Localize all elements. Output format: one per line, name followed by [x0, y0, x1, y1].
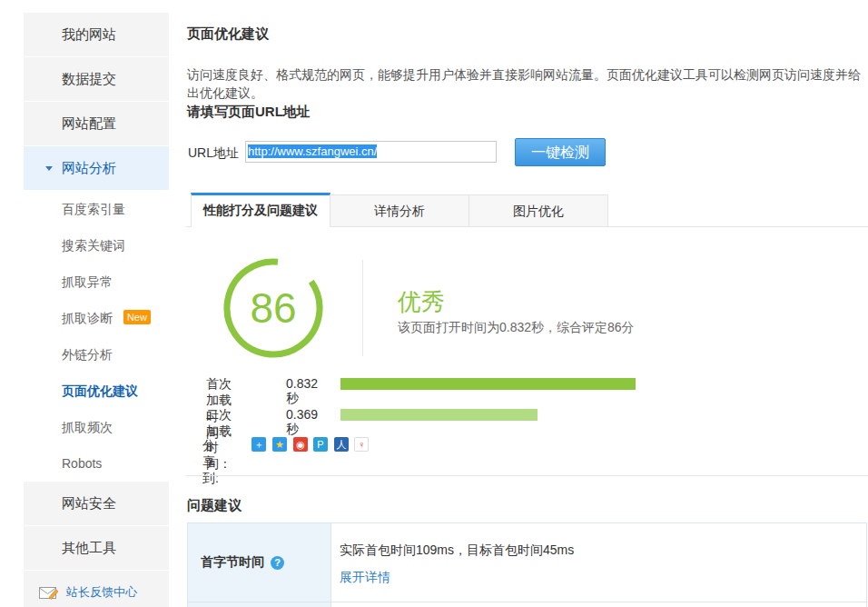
sidebar-item-crawl-diagnosis[interactable]: 抓取诊断 New — [24, 300, 169, 336]
sidebar-submenu: 百度索引量 搜索关键词 抓取异常 抓取诊断 New 外链分析 页面优化建议 抓取… — [24, 191, 169, 482]
issue-name-cell: 首字节时间 ? — [188, 523, 331, 602]
sidebar-item-page-optimization[interactable]: 页面优化建议 — [24, 373, 169, 409]
renren-icon[interactable]: 人 — [334, 437, 349, 452]
sidebar-item-crawl-frequency[interactable]: 抓取频次 — [24, 409, 169, 445]
sina-weibo-icon[interactable]: ◉ — [293, 437, 308, 452]
sidebar-item-site-security[interactable]: 网站安全 — [24, 482, 169, 525]
sidebar-item-baidu-index[interactable]: 百度索引量 — [24, 191, 169, 227]
sidebar-item-other-tools[interactable]: 其他工具 — [24, 526, 169, 570]
url-section-title: 请填写页面URL地址 — [187, 104, 311, 121]
score-grade: 优秀 — [398, 286, 445, 318]
url-input-selected-text: http://www.szfangwei.cn/ — [248, 144, 377, 158]
sidebar-item-data-submit[interactable]: 数据提交 — [24, 57, 169, 101]
issue-detail-cell: 实际首包时间109ms，目标首包时间45ms 展开详情 — [331, 523, 866, 602]
sidebar-item-label: 抓取诊断 — [62, 311, 113, 325]
sidebar-item-search-keywords[interactable]: 搜索关键词 — [24, 227, 169, 264]
url-field-label: URL地址 — [188, 145, 239, 162]
page-description: 访问速度良好、格式规范的网页，能够提升用户体验并直接影响网站流量。页面优化建议工… — [187, 65, 868, 102]
score-summary: 该页面打开时间为0.832秒，综合评定86分 — [398, 320, 635, 336]
new-badge: New — [123, 310, 151, 324]
tencent-weibo-icon[interactable]: P — [313, 437, 328, 452]
sidebar: 我的网站 数据提交 网站配置 网站分析 百度索引量 搜索关键词 抓取异常 抓取诊… — [24, 13, 169, 607]
result-tabs: 性能打分及问题建议 详情分析 图片优化 — [186, 192, 868, 227]
sidebar-item-site-analysis[interactable]: 网站分析 — [24, 146, 169, 190]
second-load-bar — [340, 409, 538, 421]
sidebar-item-backlink-analysis[interactable]: 外链分析 — [24, 336, 169, 373]
sidebar-item-robots[interactable]: Robots — [24, 445, 169, 482]
qzone-icon[interactable]: ★ — [272, 437, 287, 452]
horizontal-divider — [186, 475, 868, 476]
chevron-down-icon — [45, 166, 53, 171]
main-content: 页面优化建议 访问速度良好、格式规范的网页，能够提升用户体验并直接影响网站流量。… — [186, 0, 868, 607]
one-click-check-button[interactable]: 一键检测 — [515, 138, 606, 166]
first-load-bar — [340, 378, 636, 390]
issue-detail-text: 实际首包时间109ms，目标首包时间45ms — [340, 542, 866, 559]
expand-details-link[interactable]: 展开详情 — [340, 570, 390, 586]
sidebar-item-label: 网站分析 — [62, 160, 116, 175]
first-load-value: 0.832 秒 — [286, 376, 318, 407]
issue-name-cell — [188, 602, 331, 607]
url-input[interactable]: http://www.szfangwei.cn/ — [245, 141, 497, 163]
page-optimization-tool-page: 我的网站 数据提交 网站配置 网站分析 百度索引量 搜索关键词 抓取异常 抓取诊… — [0, 0, 868, 607]
mail-pencil-icon — [39, 585, 59, 601]
issue-name: 首字节时间 — [201, 554, 264, 571]
sidebar-item-feedback-center[interactable]: 站长反馈中心 — [24, 571, 169, 607]
issues-section-title: 问题建议 — [187, 497, 242, 514]
issue-detail-cell — [331, 602, 866, 607]
share-plus-icon[interactable]: ＋ — [252, 437, 266, 452]
score-value: 86 — [223, 258, 323, 358]
table-row — [188, 602, 866, 607]
second-load-value: 0.369 秒 — [286, 407, 318, 438]
vertical-divider — [362, 260, 363, 356]
sidebar-item-my-site[interactable]: 我的网站 — [24, 13, 169, 56]
share-label: 分享到: — [202, 438, 219, 487]
tab-performance-score[interactable]: 性能打分及问题建议 — [191, 193, 330, 227]
sidebar-item-crawl-errors[interactable]: 抓取异常 — [24, 264, 169, 300]
help-icon[interactable]: ? — [271, 556, 284, 570]
feedback-label: 站长反馈中心 — [66, 584, 137, 601]
issues-table: 首字节时间 ? 实际首包时间109ms，目标首包时间45ms 展开详情 — [187, 522, 867, 607]
tab-detail-analysis[interactable]: 详情分析 — [330, 194, 469, 226]
sidebar-item-site-config[interactable]: 网站配置 — [24, 102, 169, 145]
table-row: 首字节时间 ? 实际首包时间109ms，目标首包时间45ms 展开详情 — [188, 523, 866, 602]
tab-image-optimization[interactable]: 图片优化 — [469, 194, 608, 226]
people-weibo-icon[interactable]: ♀ — [354, 437, 369, 452]
page-title: 页面优化建议 — [187, 25, 269, 43]
